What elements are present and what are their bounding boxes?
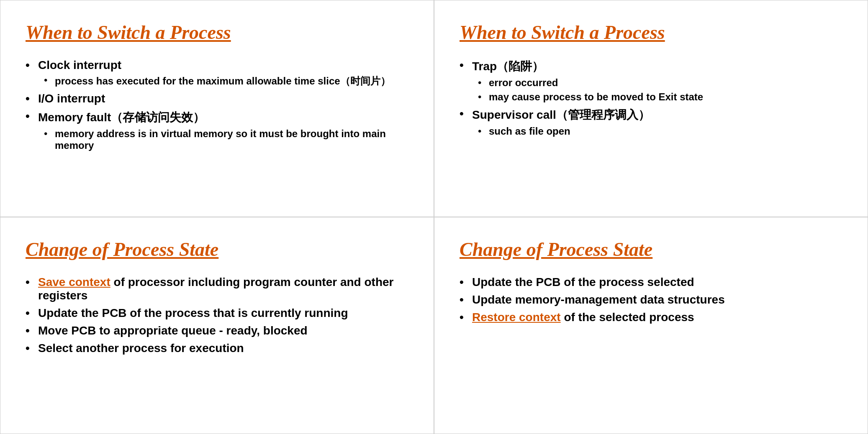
bottom-right-title: Change of Process State [460, 238, 842, 260]
item-text: Clock interrupt [38, 59, 121, 71]
item-text: Supervisor call（管理程序调入） [472, 108, 650, 121]
bottom-right-cell: Change of Process State Update the PCB o… [434, 217, 868, 434]
sub-list: memory address is in virtual memory so i… [38, 128, 408, 151]
top-right-title: When to Switch a Process [460, 21, 842, 43]
list-item: Move PCB to appropriate queue - ready, b… [26, 324, 408, 337]
list-item: Save context of processor including prog… [26, 276, 408, 302]
item-text: Update memory-management data structures [472, 293, 725, 306]
slide-grid: When to Switch a Process Clock interrupt… [0, 0, 868, 434]
list-item: Update memory-management data structures [460, 293, 842, 306]
sub-list: error occurred may cause process to be m… [472, 77, 842, 103]
save-context-link[interactable]: Save context [38, 276, 110, 288]
item-text: Save context of processor including prog… [38, 276, 393, 302]
list-item: Memory fault（存储访问失效） memory address is i… [26, 110, 408, 151]
bottom-left-list: Save context of processor including prog… [26, 276, 408, 355]
item-text: Memory fault（存储访问失效） [38, 111, 205, 124]
sub-item: error occurred [472, 77, 842, 89]
sub-item: may cause process to be moved to Exit st… [472, 91, 842, 103]
item-text: Select another process for execution [38, 342, 244, 355]
sub-item: such as file open [472, 125, 842, 137]
list-item: Trap（陷阱） error occurred may cause proces… [460, 59, 842, 103]
sub-item: memory address is in virtual memory so i… [38, 128, 408, 151]
sub-list: process has executed for the maximum all… [38, 74, 408, 88]
sub-list: such as file open [472, 125, 842, 137]
sub-item: process has executed for the maximum all… [38, 74, 408, 88]
list-item: Update the PCB of the process that is cu… [26, 306, 408, 320]
list-item: Supervisor call（管理程序调入） such as file ope… [460, 107, 842, 137]
top-right-cell: When to Switch a Process Trap（陷阱） error … [434, 0, 868, 217]
item-text: Restore context of the selected process [472, 311, 694, 324]
bottom-right-list: Update the PCB of the process selected U… [460, 276, 842, 324]
top-left-title: When to Switch a Process [26, 21, 408, 43]
bottom-left-cell: Change of Process State Save context of … [0, 217, 434, 434]
item-text: Update the PCB of the process selected [472, 276, 694, 288]
list-item: Select another process for execution [26, 342, 408, 355]
list-item: I/O interrupt [26, 92, 408, 105]
top-left-list: Clock interrupt process has executed for… [26, 59, 408, 151]
item-text: I/O interrupt [38, 92, 105, 105]
item-text: Trap（陷阱） [472, 60, 544, 73]
top-right-list: Trap（陷阱） error occurred may cause proces… [460, 59, 842, 137]
item-text: Move PCB to appropriate queue - ready, b… [38, 324, 308, 337]
list-item: Restore context of the selected process [460, 311, 842, 324]
top-left-cell: When to Switch a Process Clock interrupt… [0, 0, 434, 217]
item-text: Update the PCB of the process that is cu… [38, 306, 348, 319]
list-item: Clock interrupt process has executed for… [26, 59, 408, 88]
bottom-left-title: Change of Process State [26, 238, 408, 260]
list-item: Update the PCB of the process selected [460, 276, 842, 289]
restore-context-link[interactable]: Restore context [472, 311, 561, 324]
